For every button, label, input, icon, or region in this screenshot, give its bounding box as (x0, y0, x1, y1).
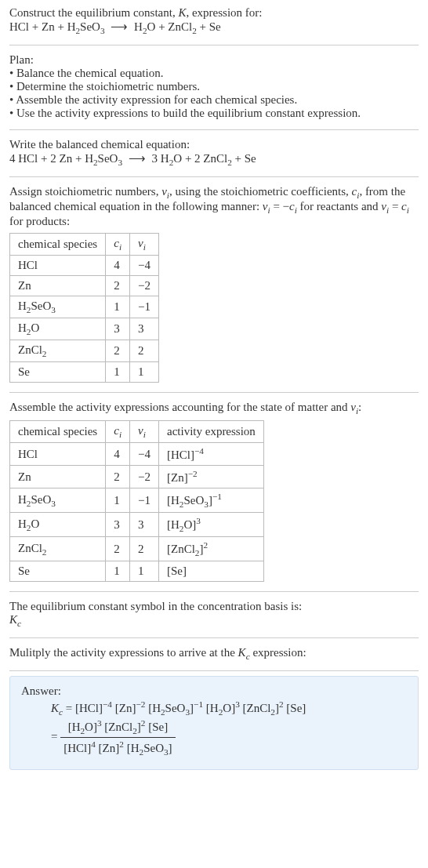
answer-line2: = [H2O]3 [ZnCl2]2 [Se][HCl]4 [Zn]2 [H2Se… (51, 718, 407, 757)
act-h2: : (358, 401, 361, 413)
prompt-section: Construct the equilibrium constant, K, e… (9, 6, 419, 45)
activity-table: chemical speciesciνiactivity expressionH… (9, 420, 264, 582)
table-row: ZnCl222 (10, 340, 159, 362)
balanced-heading: Write the balanced chemical equation: (9, 138, 419, 151)
r2d: c (401, 200, 407, 212)
stoich-nu: ν (161, 185, 167, 198)
prompt-line: Construct the equilibrium constant, K, e… (9, 6, 419, 20)
table-row: H2SeO31−1[H2SeO3]−1 (10, 488, 264, 513)
table-row: Zn2−2[Zn]−2 (10, 466, 264, 488)
table-row: HCl4−4[HCl]−4 (10, 443, 264, 466)
r1d: c (289, 200, 295, 212)
act-nu: ν (350, 401, 356, 413)
r2c: = (389, 200, 401, 212)
stoich-text: Assign stoichiometric numbers, νi, using… (9, 185, 419, 228)
plan-item: • Balance the chemical equation. (9, 67, 419, 80)
prompt-K: K (178, 6, 186, 19)
plan-list: • Balance the chemical equation.• Determ… (9, 67, 419, 120)
answer-label: Answer: (21, 685, 407, 698)
table-row: Se11 (10, 362, 159, 383)
unbalanced-equation: HCl + Zn + H2SeO3 ⟶ H2O + ZnCl2 + Se (9, 20, 419, 35)
r2a: ν (381, 200, 386, 212)
prompt-text-1: Construct the equilibrium constant, (9, 6, 178, 19)
plan-heading: Plan: (9, 53, 419, 67)
multiply-section: Mulitply the activity expressions to arr… (9, 637, 419, 670)
table-row: Se11[Se] (10, 561, 264, 582)
sym-Kc: c (17, 619, 21, 628)
stoich-table: chemical speciesciνiHCl4−4Zn2−2H2SeO31−1… (9, 233, 159, 383)
plan-item: • Determine the stoichiometric numbers. (9, 80, 419, 93)
act-h1: Assemble the activity expressions accoun… (9, 401, 350, 413)
activity-heading: Assemble the activity expressions accoun… (9, 401, 419, 416)
answer-box: Answer: Kc = [HCl]−4 [Zn]−2 [H2SeO3]−1 [… (9, 676, 419, 770)
sym-K: K (9, 613, 17, 626)
table-row: HCl4−4 (10, 256, 159, 276)
r2e: i (407, 205, 409, 215)
answer-line1: Kc = [HCl]−4 [Zn]−2 [H2SeO3]−1 [H2O]3 [Z… (51, 699, 407, 717)
activity-section: Assemble the activity expressions accoun… (9, 392, 419, 591)
stoich-t2: , using the stoichiometric coefficients, (169, 185, 352, 198)
plan-item: • Assemble the activity expression for e… (9, 93, 419, 107)
stoich-section: Assign stoichiometric numbers, νi, using… (9, 176, 419, 392)
answer-equations: Kc = [HCl]−4 [Zn]−2 [H2SeO3]−1 [H2O]3 [Z… (51, 699, 407, 757)
symbol-line1: The equilibrium constant symbol in the c… (9, 600, 419, 613)
mul-K: K (238, 646, 246, 659)
balanced-section: Write the balanced chemical equation: 4 … (9, 129, 419, 176)
table-row: ZnCl222[ZnCl2]2 (10, 537, 264, 561)
answer-section: Answer: Kc = [HCl]−4 [Zn]−2 [H2SeO3]−1 [… (9, 670, 419, 779)
stoich-t4: for reactants and (297, 200, 381, 212)
table-row: H2O33[H2O]3 (10, 513, 264, 537)
stoich-t5: for products: (9, 215, 70, 227)
prompt-text-2: , expression for: (186, 6, 262, 19)
symbol-section: The equilibrium constant symbol in the c… (9, 591, 419, 637)
plan-item: • Use the activity expressions to build … (9, 107, 419, 120)
table-row: H2O33 (10, 318, 159, 340)
balanced-equation: 4 HCl + 2 Zn + H2SeO3 ⟶ 3 H2O + 2 ZnCl2 … (9, 151, 419, 167)
mul-t2: expression: (250, 646, 306, 659)
stoich-t1: Assign stoichiometric numbers, (9, 185, 161, 198)
symbol-Kc: Kc (9, 613, 419, 628)
multiply-text: Mulitply the activity expressions to arr… (9, 646, 419, 661)
r1c: = − (270, 200, 289, 212)
mul-t1: Mulitply the activity expressions to arr… (9, 646, 238, 659)
plan-section: Plan: • Balance the chemical equation.• … (9, 45, 419, 129)
table-row: H2SeO31−1 (10, 296, 159, 318)
table-row: Zn2−2 (10, 276, 159, 296)
